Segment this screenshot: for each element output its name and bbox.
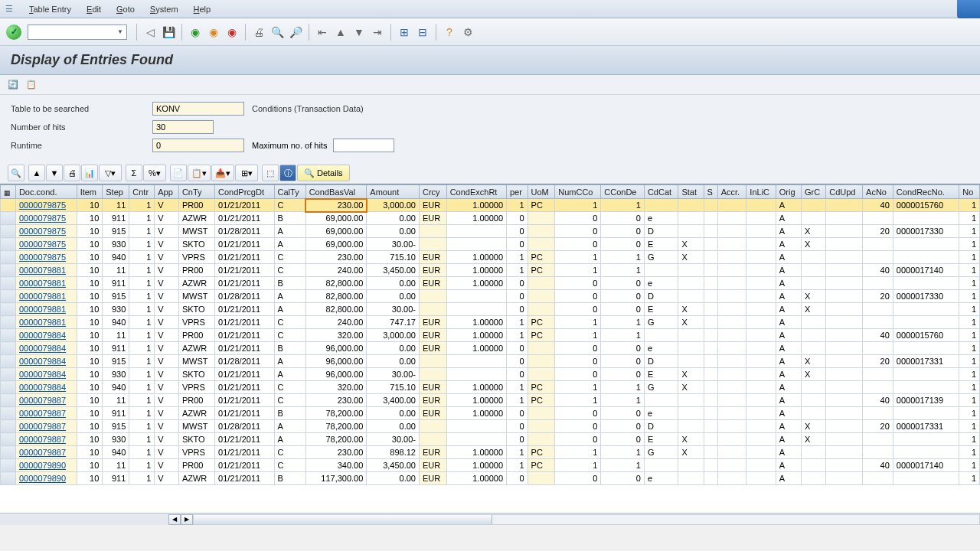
- cell-app[interactable]: V: [155, 238, 179, 251]
- cell-per[interactable]: 0: [507, 472, 528, 485]
- cell-grc[interactable]: [801, 394, 825, 407]
- cell-step[interactable]: 11: [103, 199, 129, 212]
- cell-per[interactable]: 1: [507, 199, 528, 212]
- cell-calty[interactable]: C: [274, 394, 305, 407]
- cell-bas[interactable]: 230.00: [305, 394, 367, 407]
- cell-acno[interactable]: [863, 277, 893, 290]
- cell-orig[interactable]: A: [776, 238, 801, 251]
- cell-rec[interactable]: 0000015760: [893, 329, 959, 342]
- cell-s[interactable]: [704, 329, 717, 342]
- cell-stat[interactable]: X: [678, 238, 704, 251]
- cell-ccon[interactable]: 0: [601, 212, 645, 225]
- row-selector[interactable]: [1, 199, 16, 212]
- cell-cnty[interactable]: MWST: [178, 420, 214, 433]
- cell-ex[interactable]: [446, 433, 506, 446]
- cell-no[interactable]: 1: [959, 290, 980, 303]
- col-header[interactable]: InLiC: [746, 185, 776, 199]
- cell-doc[interactable]: 0000079884: [15, 368, 77, 381]
- table-row[interactable]: 0000079875109151VMWST01/28/2011A69,000.0…: [1, 225, 980, 238]
- col-header[interactable]: Item: [77, 185, 103, 199]
- cell-per[interactable]: 1: [507, 381, 528, 394]
- cell-step[interactable]: 911: [103, 277, 129, 290]
- cell-grc[interactable]: X: [801, 368, 825, 381]
- table-row[interactable]: 0000079884109301VSKTO01/21/2011A96,000.0…: [1, 368, 980, 381]
- cell-app[interactable]: V: [155, 290, 179, 303]
- cell-cdcat[interactable]: D: [644, 290, 678, 303]
- shortcut-button[interactable]: ⊟: [414, 24, 431, 41]
- cell-crcy[interactable]: [419, 238, 446, 251]
- cell-orig[interactable]: A: [776, 199, 801, 212]
- cell-per[interactable]: 0: [507, 277, 528, 290]
- row-selector[interactable]: [1, 316, 16, 329]
- cell-stat[interactable]: X: [678, 446, 704, 459]
- menu-table-entry[interactable]: Table Entry: [21, 2, 79, 17]
- cell-bas[interactable]: 230.00: [305, 446, 367, 459]
- cell-acno[interactable]: [863, 472, 893, 485]
- cell-ccon[interactable]: 1: [601, 264, 645, 277]
- cell-acno[interactable]: 40: [863, 264, 893, 277]
- cell-bas[interactable]: 69,000.00: [305, 212, 367, 225]
- cell-cdupd[interactable]: [826, 446, 863, 459]
- cell-step[interactable]: 930: [103, 433, 129, 446]
- cell-cnty[interactable]: SKTO: [178, 303, 214, 316]
- cell-item[interactable]: 10: [77, 199, 103, 212]
- cell-doc[interactable]: 0000079887: [15, 394, 77, 407]
- cell-crcy[interactable]: EUR: [419, 407, 446, 420]
- cell-dt[interactable]: 01/21/2011: [215, 264, 274, 277]
- cell-accr[interactable]: [717, 290, 746, 303]
- cell-cntr[interactable]: 1: [129, 368, 155, 381]
- cell-crcy[interactable]: [419, 355, 446, 368]
- hierarchy-icon[interactable]: 📋: [24, 78, 38, 92]
- cell-amt[interactable]: 0.00: [367, 277, 420, 290]
- cell-ex[interactable]: 1.00000: [446, 394, 506, 407]
- cell-inlic[interactable]: [746, 264, 776, 277]
- cell-cnty[interactable]: PR00: [178, 329, 214, 342]
- cell-s[interactable]: [704, 264, 717, 277]
- cell-s[interactable]: [704, 251, 717, 264]
- cell-inlic[interactable]: [746, 251, 776, 264]
- cell-amt[interactable]: 30.00-: [367, 238, 420, 251]
- cell-app[interactable]: V: [155, 264, 179, 277]
- cell-stat[interactable]: [678, 264, 704, 277]
- cell-rec[interactable]: [893, 303, 959, 316]
- cell-cntr[interactable]: 1: [129, 316, 155, 329]
- cell-crcy[interactable]: EUR: [419, 199, 446, 212]
- cell-cntr[interactable]: 1: [129, 212, 155, 225]
- cell-amt[interactable]: 0.00: [367, 407, 420, 420]
- cell-cdupd[interactable]: [826, 433, 863, 446]
- cell-acno[interactable]: 40: [863, 394, 893, 407]
- col-header[interactable]: CondPrcgDt: [215, 185, 274, 199]
- cell-calty[interactable]: A: [274, 368, 305, 381]
- cell-item[interactable]: 10: [77, 368, 103, 381]
- cell-s[interactable]: [704, 355, 717, 368]
- cell-dt[interactable]: 01/21/2011: [215, 394, 274, 407]
- cell-no[interactable]: 1: [959, 420, 980, 433]
- help-button[interactable]: ?: [441, 24, 458, 41]
- cell-no[interactable]: 1: [959, 368, 980, 381]
- cell-step[interactable]: 940: [103, 251, 129, 264]
- cell-no[interactable]: 1: [959, 264, 980, 277]
- cell-accr[interactable]: [717, 433, 746, 446]
- new-entry-button[interactable]: 📄: [170, 165, 187, 181]
- cell-uom[interactable]: [528, 433, 555, 446]
- cell-orig[interactable]: A: [776, 212, 801, 225]
- cell-amt[interactable]: 715.10: [367, 381, 420, 394]
- cell-app[interactable]: V: [155, 342, 179, 355]
- cell-orig[interactable]: A: [776, 433, 801, 446]
- cell-no[interactable]: 1: [959, 329, 980, 342]
- cell-s[interactable]: [704, 433, 717, 446]
- col-header[interactable]: ▦: [1, 185, 16, 199]
- cell-uom[interactable]: [528, 212, 555, 225]
- cell-stat[interactable]: [678, 355, 704, 368]
- cell-ccon[interactable]: 0: [601, 303, 645, 316]
- cell-inlic[interactable]: [746, 342, 776, 355]
- cell-uom[interactable]: PC: [528, 446, 555, 459]
- cell-s[interactable]: [704, 472, 717, 485]
- cell-bas[interactable]: 69,000.00: [305, 238, 367, 251]
- cell-s[interactable]: [704, 342, 717, 355]
- cell-app[interactable]: V: [155, 225, 179, 238]
- back-button[interactable]: ◁: [142, 24, 158, 41]
- cell-rec[interactable]: [893, 407, 959, 420]
- cell-app[interactable]: V: [155, 407, 179, 420]
- col-header[interactable]: CdUpd: [826, 185, 863, 199]
